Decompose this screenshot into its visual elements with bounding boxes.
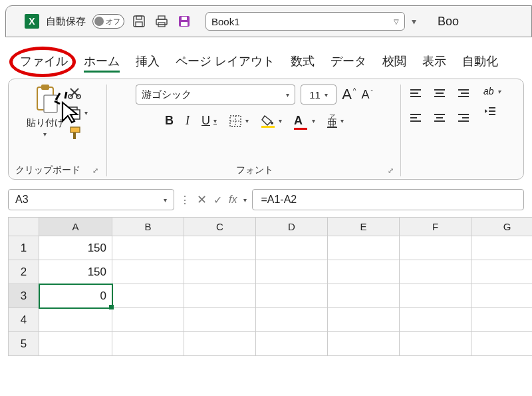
cell[interactable] [256,260,328,284]
cell[interactable] [471,308,533,332]
cell[interactable] [328,332,400,356]
fill-color-button[interactable] [261,114,282,128]
row-header-2[interactable]: 2 [9,260,39,284]
cell[interactable] [112,284,184,308]
cell[interactable]: 150 [39,236,112,260]
cell[interactable] [328,308,400,332]
cell[interactable] [256,332,328,356]
decrease-indent-button[interactable] [483,106,501,116]
increase-font-button[interactable]: A^ [342,86,356,103]
cell[interactable] [39,332,112,356]
font-launcher-icon[interactable]: ⤢ [388,166,394,175]
row-header-1[interactable]: 1 [9,236,39,260]
cell[interactable] [112,236,184,260]
cell[interactable] [400,284,471,308]
clipboard-launcher-icon[interactable]: ⤢ [92,166,98,175]
cell[interactable] [184,332,256,356]
cut-button[interactable] [68,86,88,99]
format-painter-button[interactable] [68,126,88,140]
cell[interactable] [471,260,533,284]
col-header-E[interactable]: E [328,218,400,236]
paste-label[interactable]: 貼り付け [27,117,64,129]
cell[interactable] [400,260,471,284]
cell[interactable] [184,236,256,260]
cell[interactable] [328,284,400,308]
cell-selected[interactable]: 0 [39,284,112,308]
align-left-button[interactable] [409,108,426,127]
underline-button[interactable]: U [201,114,217,128]
copy-button[interactable] [68,106,88,119]
align-center-button[interactable] [433,108,450,127]
qat-customize-icon[interactable]: ▾ [412,16,416,27]
cell[interactable] [39,308,112,332]
workbook-selector[interactable]: Book1 ▽ [205,12,405,31]
cell[interactable] [112,332,184,356]
tab-data[interactable]: データ [331,53,366,69]
decrease-font-button[interactable]: Aˇ [362,88,373,102]
col-header-G[interactable]: G [471,218,533,236]
phonetic-button[interactable]: ア 亜 [327,114,344,127]
accept-formula-icon[interactable]: ✓ [213,194,222,206]
col-header-B[interactable]: B [112,218,184,236]
font-name-select[interactable]: 游ゴシック ▾ [136,85,295,104]
cell[interactable] [184,284,256,308]
cell[interactable] [328,236,400,260]
tab-view[interactable]: 表示 [422,53,446,69]
cell[interactable] [328,260,400,284]
cell[interactable] [184,308,256,332]
align-middle-button[interactable] [433,85,450,103]
cell[interactable] [471,332,533,356]
cell[interactable] [256,284,328,308]
col-header-C[interactable]: C [184,218,256,236]
col-header-F[interactable]: F [400,218,471,236]
formula-bar-more-icon[interactable]: ⋮ [180,194,190,206]
cell[interactable] [400,332,471,356]
align-bottom-button[interactable] [457,85,474,103]
cell[interactable] [471,284,533,308]
row-header-5[interactable]: 5 [9,332,39,356]
tab-file[interactable]: ファイル [20,53,68,69]
worksheet-grid[interactable]: A B C D E F G 1 150 2 150 3 0 [8,217,532,356]
orientation-button[interactable]: ab [483,86,501,97]
tab-review[interactable]: 校閲 [382,53,406,69]
formula-input[interactable]: =A1-A2 [252,189,524,210]
cell[interactable] [184,260,256,284]
col-header-A[interactable]: A [39,218,112,236]
tab-page-layout[interactable]: ページ レイアウト [176,53,275,69]
cell[interactable] [256,308,328,332]
row-header-4[interactable]: 4 [9,308,39,332]
cell[interactable] [400,236,471,260]
tab-home[interactable]: ホーム [84,53,120,69]
font-size-select[interactable]: 11 ▾ [301,85,336,104]
chevron-down-icon[interactable]: ▾ [243,196,247,204]
save-purple-icon[interactable] [176,15,192,28]
align-top-button[interactable] [409,85,426,103]
tab-formulas[interactable]: 数式 [291,53,315,69]
save-icon[interactable] [131,15,147,28]
row-header-3[interactable]: 3 [9,284,39,308]
paste-dropdown-icon[interactable]: ▾ [43,130,47,138]
cell[interactable] [112,308,184,332]
paste-icon[interactable] [32,85,59,116]
excel-logo-icon: X [25,14,39,29]
italic-button[interactable]: I [186,114,190,128]
align-right-button[interactable] [457,108,474,127]
cell[interactable] [400,308,471,332]
cell[interactable] [471,236,533,260]
font-color-button[interactable]: A [294,114,315,128]
tab-automate[interactable]: 自動化 [462,53,498,69]
col-header-D[interactable]: D [256,218,328,236]
select-all-corner[interactable] [9,218,39,236]
tab-insert[interactable]: 挿入 [136,53,160,69]
borders-button[interactable] [229,114,249,128]
name-box[interactable]: A3 ▾ [8,189,174,210]
cell[interactable] [256,236,328,260]
cell[interactable] [112,260,184,284]
bold-button[interactable]: B [165,114,174,128]
cell[interactable]: 150 [39,260,112,284]
ribbon: 貼り付け ▾ クリップボード ⤢ 游ゴシック [8,79,524,180]
print-icon[interactable] [154,15,170,28]
cancel-formula-icon[interactable]: ✕ [197,192,207,207]
autosave-toggle[interactable]: オフ [92,14,124,29]
fx-icon[interactable]: fx [229,194,237,206]
